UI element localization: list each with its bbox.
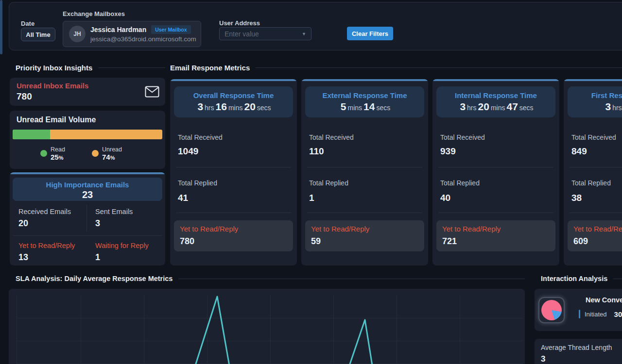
divider xyxy=(178,279,525,279)
total-replied-value: 1 xyxy=(309,193,314,203)
user-address-label: User Address xyxy=(219,19,260,27)
sla-section-title: SLA Analysis: Daily Average Response Met… xyxy=(16,275,525,282)
sla-line-chart xyxy=(17,295,523,364)
total-replied-label: Total Replied xyxy=(178,179,217,187)
response-metric-card: First Response Time 3hrs25mins Total Rec… xyxy=(564,79,622,265)
stat-label: Sent Emails xyxy=(95,208,133,215)
yet-to-read-label: Yet to Read/Reply xyxy=(442,225,501,233)
divider xyxy=(438,167,553,167)
total-received-value: 1049 xyxy=(178,146,198,157)
initiated-label: Initiated xyxy=(585,311,607,318)
yet-to-read-box: Yet to Read/Reply 780 xyxy=(174,220,293,251)
response-metric-card: Internal Response Time 3hrs20mins47secs … xyxy=(432,79,559,265)
total-received-label: Total Received xyxy=(440,133,485,141)
date-range-button[interactable]: All Time xyxy=(21,28,55,41)
response-metric-cards: Overall Response Time 3hrs16mins20secs T… xyxy=(170,79,622,265)
high-importance-header: High Importance Emails 23 xyxy=(13,178,162,201)
interaction-section-title: Interaction Analysis xyxy=(541,275,622,282)
yet-to-read-label: Yet to Read/Reply xyxy=(180,225,238,233)
mailbox-email: jessica@o365droid.onmicrosoft.com xyxy=(90,35,196,43)
pie-chart-frame xyxy=(538,297,565,323)
metrics-title-text: Email Respone Metrics xyxy=(170,64,250,72)
legend-label: Unread xyxy=(102,146,122,153)
total-received-label: Total Received xyxy=(571,133,616,141)
total-replied-value: 38 xyxy=(571,193,582,203)
exchange-mailboxes-label: Exchange Mailboxes xyxy=(63,10,125,17)
divider xyxy=(307,167,422,167)
divider xyxy=(176,213,291,213)
avg-thread-label: Average Thread Length xyxy=(541,344,612,351)
high-importance-value: 23 xyxy=(13,189,162,200)
total-received-label: Total Received xyxy=(178,133,223,141)
read-progress-segment xyxy=(13,130,50,139)
response-time-value: 3hrs16mins20secs xyxy=(174,101,293,113)
legend-item: Unread 74% xyxy=(92,146,134,161)
response-time-title: First Response Time xyxy=(568,91,622,99)
legend-item: Read 25% xyxy=(40,146,82,161)
priority-title-text: Priority Inbox Insights xyxy=(16,64,92,72)
stat-label: Yet to Read/Reply xyxy=(18,242,75,249)
initiated-value: 30 xyxy=(614,310,622,318)
total-received-value: 849 xyxy=(571,146,587,157)
unread-volume-title: Unread Email Volume xyxy=(17,116,96,124)
interaction-title-text: Interaction Analysis xyxy=(541,275,607,282)
chevron-down-icon: ▼ xyxy=(302,32,306,36)
total-replied-label: Total Replied xyxy=(309,179,348,187)
mailbox-name: Jessica Hardman xyxy=(90,26,146,33)
priority-section-title: Priority Inbox Insights xyxy=(16,64,165,72)
user-address-dropdown[interactable]: Enter value ▼ xyxy=(219,27,311,40)
user-address-placeholder: Enter value xyxy=(225,30,302,38)
divider xyxy=(98,67,165,68)
legend-value: 25% xyxy=(51,153,65,161)
yet-to-read-label: Yet to Read/Reply xyxy=(573,225,622,233)
response-time-header: External Response Time 5mins14secs xyxy=(305,86,424,117)
volume-legend: Read 25% Unread 74% xyxy=(40,146,134,161)
divider xyxy=(13,235,162,236)
yet-to-read-value: 609 xyxy=(573,236,588,247)
response-time-header: Internal Response Time 3hrs20mins47secs xyxy=(436,86,555,117)
total-replied-value: 41 xyxy=(178,193,188,203)
yet-to-read-box: Yet to Read/Reply 721 xyxy=(436,220,555,251)
mailbox-selector[interactable]: JH Jessica Hardman User Mailbox jessica@… xyxy=(63,21,201,47)
divider xyxy=(570,167,622,167)
sla-title-text: SLA Analysis: Daily Average Response Met… xyxy=(16,275,173,282)
initiated-row: Initiated 30 xyxy=(579,310,622,318)
clear-filters-button[interactable]: Clear Filters xyxy=(347,27,393,40)
divider xyxy=(613,279,622,279)
total-received-label: Total Received xyxy=(309,133,354,141)
response-metric-card: External Response Time 5mins14secs Total… xyxy=(301,79,428,265)
total-received-value: 939 xyxy=(440,146,456,157)
total-replied-label: Total Replied xyxy=(571,179,611,187)
total-replied-value: 40 xyxy=(440,193,450,203)
new-conversations-label: New Conversations xyxy=(586,296,622,304)
yet-to-read-box: Yet to Read/Reply 59 xyxy=(305,220,424,251)
pie-chart-icon xyxy=(541,300,562,320)
avg-thread-value: 3 xyxy=(541,354,545,364)
avg-thread-card: Average Thread Length 3 xyxy=(535,339,622,364)
divider xyxy=(570,213,622,213)
stat-label: Waiting for Reply xyxy=(95,242,149,249)
series-marker-bar xyxy=(579,310,580,318)
yet-to-read-value: 59 xyxy=(311,236,321,247)
unread-inbox-value: 780 xyxy=(17,91,32,102)
response-metric-card: Overall Response Time 3hrs16mins20secs T… xyxy=(170,79,297,265)
legend-value: 74% xyxy=(102,153,122,161)
avatar: JH xyxy=(69,26,86,42)
yet-to-read-value: 721 xyxy=(442,236,457,247)
yet-to-read-value: 780 xyxy=(180,236,194,247)
legend-dot xyxy=(40,150,47,157)
envelope-icon xyxy=(145,86,159,98)
stat-value: 3 xyxy=(95,218,100,229)
legend-dot xyxy=(92,150,99,157)
yet-to-read-label: Yet to Read/Reply xyxy=(311,225,369,233)
left-scrollbar-thumb[interactable] xyxy=(0,0,2,54)
total-received-value: 110 xyxy=(309,146,324,157)
stat-value: 20 xyxy=(18,218,28,229)
read-unread-progress-bar xyxy=(13,130,162,139)
high-importance-label: High Importance Emails xyxy=(13,181,162,189)
legend-label: Read xyxy=(51,146,65,153)
filter-bar: Date All Time Exchange Mailboxes JH Jess… xyxy=(9,2,622,50)
stat-value: 13 xyxy=(18,252,28,263)
divider xyxy=(176,167,291,167)
date-filter-label: Date xyxy=(21,20,35,27)
